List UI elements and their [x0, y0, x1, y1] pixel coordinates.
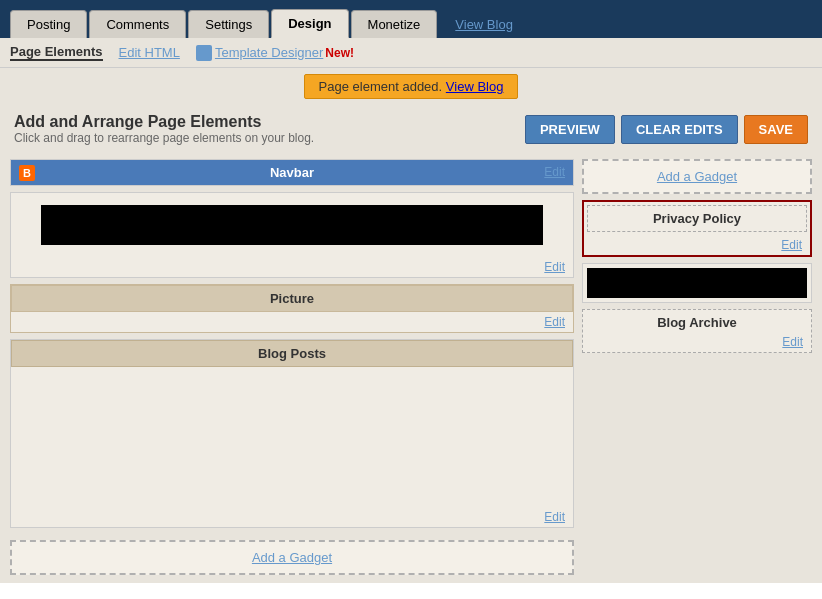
navbar-title: Navbar	[270, 165, 314, 180]
blog-posts-element: Blog Posts Edit	[10, 339, 574, 528]
navbar-header: B Navbar Edit	[11, 160, 573, 185]
privacy-policy-edit-link[interactable]: Edit	[584, 235, 810, 255]
blogger-icon: B	[19, 165, 35, 181]
privacy-policy-title: Privacy Policy	[596, 211, 798, 226]
black-strip-element	[582, 263, 812, 303]
main-content: B Navbar Edit Edit Picture Edit Blog Pos…	[0, 151, 822, 583]
top-navigation: Posting Comments Settings Design Monetiz…	[0, 0, 822, 38]
right-column: Add a Gadget Privacy Policy Edit Blog Ar…	[582, 159, 812, 575]
top-add-gadget-link[interactable]: Add a Gadget	[657, 169, 737, 184]
blog-archive-element: Blog Archive Edit	[582, 309, 812, 353]
header-edit-link[interactable]: Edit	[11, 257, 573, 277]
picture-title: Picture	[11, 285, 573, 312]
tab-comments[interactable]: Comments	[89, 10, 186, 38]
page-header-buttons: PREVIEW CLEAR EDITS SAVE	[525, 115, 808, 144]
sub-nav-template-designer[interactable]: Template Designer	[215, 45, 323, 60]
new-badge: New!	[325, 46, 354, 60]
navbar-element: B Navbar Edit	[10, 159, 574, 186]
privacy-policy-element: Privacy Policy Edit	[582, 200, 812, 257]
navbar-edit-link[interactable]: Edit	[544, 165, 565, 179]
header-image-black	[41, 205, 543, 245]
bottom-add-gadget[interactable]: Add a Gadget	[10, 540, 574, 575]
privacy-inner: Privacy Policy	[587, 205, 807, 232]
page-title: Add and Arrange Page Elements	[14, 113, 314, 131]
blog-posts-title: Blog Posts	[11, 340, 573, 367]
tab-design[interactable]: Design	[271, 9, 348, 38]
notification-view-blog-link[interactable]: View Blog	[446, 79, 504, 94]
page-header-text: Add and Arrange Page Elements Click and …	[14, 113, 314, 145]
blog-archive-edit-link[interactable]: Edit	[583, 332, 811, 352]
page-subtitle: Click and drag to rearrange page element…	[14, 131, 314, 145]
page-header: Add and Arrange Page Elements Click and …	[0, 105, 822, 151]
template-designer-icon	[196, 45, 212, 61]
clear-edits-button[interactable]: CLEAR EDITS	[621, 115, 738, 144]
notification-text: Page element added.	[319, 79, 443, 94]
header-image-area	[11, 193, 573, 257]
top-add-gadget[interactable]: Add a Gadget	[582, 159, 812, 194]
left-column: B Navbar Edit Edit Picture Edit Blog Pos…	[10, 159, 574, 575]
archive-inner: Blog Archive	[583, 310, 811, 332]
save-button[interactable]: SAVE	[744, 115, 808, 144]
sub-nav-page-elements[interactable]: Page Elements	[10, 44, 103, 61]
blog-posts-edit-link[interactable]: Edit	[11, 507, 573, 527]
black-strip	[587, 268, 807, 298]
view-blog-link[interactable]: View Blog	[439, 11, 529, 38]
sub-nav-edit-html[interactable]: Edit HTML	[119, 45, 180, 60]
tab-monetize[interactable]: Monetize	[351, 10, 438, 38]
picture-element: Picture Edit	[10, 284, 574, 333]
header-element: Edit	[10, 192, 574, 278]
tab-posting[interactable]: Posting	[10, 10, 87, 38]
blog-archive-title: Blog Archive	[591, 315, 803, 330]
notification-box: Page element added. View Blog	[304, 74, 519, 99]
tab-settings[interactable]: Settings	[188, 10, 269, 38]
preview-button[interactable]: PREVIEW	[525, 115, 615, 144]
sub-navigation: Page Elements Edit HTML Template Designe…	[0, 38, 822, 68]
bottom-add-gadget-link[interactable]: Add a Gadget	[252, 550, 332, 565]
notification-bar: Page element added. View Blog	[0, 68, 822, 105]
picture-edit-link[interactable]: Edit	[11, 312, 573, 332]
